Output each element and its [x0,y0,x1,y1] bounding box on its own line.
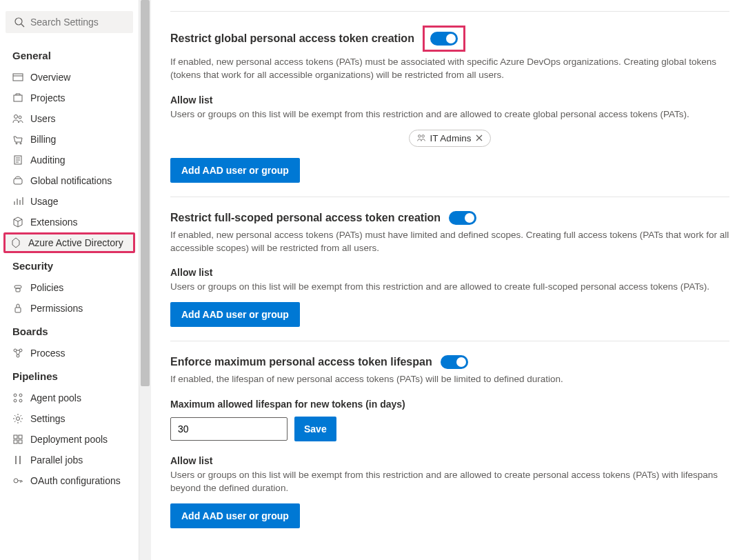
sidebar-item-label: Agent pools [30,392,81,403]
svg-rect-13 [14,179,22,184]
toggle-restrict-global-pat[interactable] [430,32,458,46]
svg-rect-4 [14,95,22,101]
svg-point-32 [14,399,17,402]
highlight-annotation [423,26,465,52]
sidebar-item-permissions[interactable]: Permissions [6,298,133,319]
svg-line-18 [14,219,18,221]
svg-line-28 [16,352,17,354]
section-title: Restrict global personal access token cr… [170,32,414,45]
section-restrict-full-scoped-pat: Restrict full-scoped personal access tok… [170,197,729,341]
sidebar-item-projects[interactable]: Projects [6,88,133,108]
allow-list-description: Users or groups on this list will be exe… [170,281,729,294]
allow-list-title: Allow list [170,94,729,106]
sidebar-item-global-notifications[interactable]: Global notifications [6,170,133,191]
oauth-icon [12,475,23,486]
section-title-pipelines: Pipelines [6,363,133,388]
sidebar-item-deployment-pools[interactable]: Deployment pools [6,429,133,450]
sidebar-item-usage[interactable]: Usage [6,191,133,212]
svg-point-31 [19,394,22,397]
aad-icon [10,237,21,248]
sidebar-item-label: Permissions [30,303,83,314]
sidebar-item-label: Deployment pools [30,434,108,445]
main-content: Restrict global personal access token cr… [151,0,746,560]
svg-rect-23 [15,308,21,312]
allow-list-chip[interactable]: IT Admins [409,130,492,147]
svg-rect-2 [13,74,23,81]
svg-line-29 [19,352,20,354]
scrollbar[interactable] [139,0,151,560]
max-lifespan-input[interactable] [170,417,288,441]
section-title-boards: Boards [6,319,133,343]
sidebar-item-label: Azure Active Directory [28,237,123,248]
sidebar-item-parallel-jobs[interactable]: Parallel jobs [6,450,133,470]
svg-point-6 [19,116,21,119]
search-icon [14,17,25,28]
notifications-icon [12,175,23,186]
save-button[interactable]: Save [294,417,336,441]
close-icon[interactable] [475,134,483,142]
svg-rect-22 [16,288,20,292]
auditing-icon [12,154,23,166]
search-box[interactable] [6,11,133,33]
permissions-icon [12,303,23,314]
sidebar-item-process[interactable]: Process [6,343,133,363]
sidebar-item-overview[interactable]: Overview [6,67,133,88]
svg-point-45 [418,135,421,138]
sidebar-item-extensions[interactable]: Extensions [6,212,133,232]
sidebar-item-label: OAuth configurations [30,475,121,486]
agent-pools-icon [12,392,23,403]
deployment-pools-icon [12,434,23,445]
scrollbar-thumb[interactable] [141,0,150,386]
sidebar-item-label: Projects [30,92,65,103]
sidebar-item-billing[interactable]: Billing [6,129,133,150]
svg-point-34 [17,417,20,421]
sidebar: General Overview Projects Users Billing … [0,0,139,560]
policies-icon [12,282,23,293]
sidebar-item-azure-active-directory[interactable]: Azure Active Directory [3,232,135,253]
svg-point-41 [14,479,18,483]
section-title-general: General [6,43,133,67]
sidebar-item-label: Parallel jobs [30,454,83,466]
section-description: If enabled, new personal access tokens (… [170,56,729,82]
sidebar-item-policies[interactable]: Policies [6,277,133,298]
overview-icon [12,72,23,83]
sidebar-item-label: Users [30,113,56,124]
add-aad-user-button[interactable]: Add AAD user or group [170,302,300,327]
billing-icon [12,134,23,145]
section-description: If enabled, new personal access tokens (… [170,229,729,255]
sidebar-item-agent-pools[interactable]: Agent pools [6,388,133,408]
group-icon [416,133,426,143]
svg-point-24 [14,349,17,352]
svg-point-5 [14,115,18,119]
toggle-enforce-max-lifespan[interactable] [441,355,468,369]
svg-line-1 [21,24,24,27]
svg-rect-38 [19,440,22,443]
sidebar-item-users[interactable]: Users [6,108,133,129]
sidebar-item-oauth-configurations[interactable]: OAuth configurations [6,470,133,491]
svg-point-30 [14,394,17,397]
toggle-restrict-full-scoped-pat[interactable] [449,211,476,225]
add-aad-user-button[interactable]: Add AAD user or group [170,158,300,183]
svg-point-33 [19,399,22,402]
max-lifespan-label: Maximum allowed lifespan for new tokens … [170,399,729,410]
extensions-icon [12,217,23,228]
sidebar-item-label: Policies [30,282,63,293]
allow-list-description: Users or groups on this list will be exe… [170,469,729,495]
sidebar-item-auditing[interactable]: Auditing [6,150,133,170]
sidebar-item-label: Overview [30,72,70,83]
sidebar-item-label: Extensions [30,217,77,228]
section-enforce-max-lifespan: Enforce maximum personal access token li… [170,341,729,542]
svg-rect-36 [19,435,22,439]
svg-rect-21 [14,286,21,288]
search-input[interactable] [30,17,125,28]
svg-point-26 [17,354,19,357]
svg-point-8 [20,143,21,144]
sidebar-item-label: Global notifications [30,175,112,186]
chip-label: IT Admins [430,133,472,143]
users-icon [12,113,23,124]
add-aad-user-button[interactable]: Add AAD user or group [170,503,300,528]
section-title: Restrict full-scoped personal access tok… [170,212,441,224]
svg-point-7 [16,143,17,144]
sidebar-item-settings[interactable]: Settings [6,408,133,429]
svg-line-19 [18,219,22,221]
